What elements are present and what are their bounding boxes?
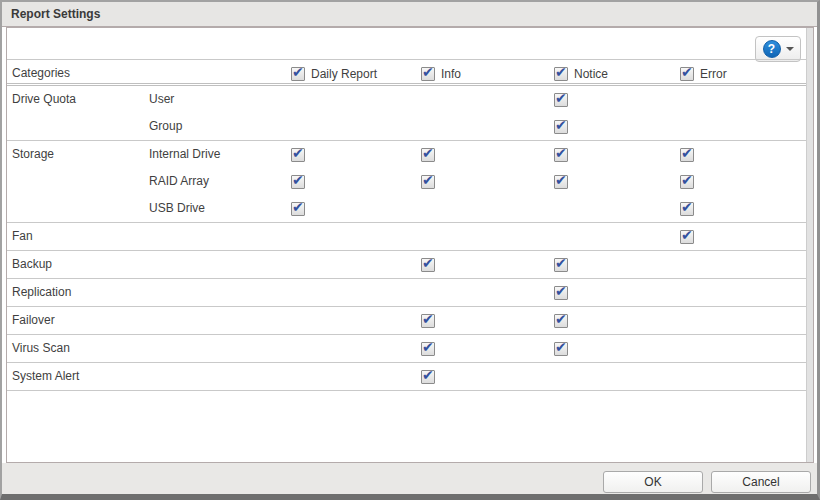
report-settings-window: Report Settings ? Categories Daily Repor… [0,0,820,500]
category-group: Backup [7,251,807,279]
window-title: Report Settings [11,7,100,21]
category-group: Drive Quota User Group [7,86,807,141]
checkbox-daily-report[interactable] [291,148,305,162]
category-group: Storage Internal Drive RAID Array USB Dr… [7,141,807,223]
header-label-notice: Notice [574,67,608,81]
header-column-notice: Notice [554,60,608,87]
checkbox-notice[interactable] [554,314,568,328]
header-column-info: Info [421,60,461,87]
header-checkbox-info[interactable] [421,67,435,81]
checkbox-daily-report[interactable] [291,202,305,216]
header-checkbox-daily[interactable] [291,67,305,81]
report-table-body: Drive Quota User Group Storage Internal … [7,86,807,391]
checkbox-error[interactable] [680,148,694,162]
ok-button[interactable]: OK [603,471,703,493]
checkbox-notice[interactable] [554,175,568,189]
table-row: Internal Drive [7,141,807,168]
category-group: System Alert [7,363,807,391]
checkbox-info[interactable] [421,175,435,189]
subcategory-label: RAID Array [149,168,209,195]
chevron-down-icon [786,47,794,51]
checkbox-info[interactable] [421,258,435,272]
table-row: USB Drive [7,195,807,222]
checkbox-error[interactable] [680,202,694,216]
table-row [7,279,807,306]
table-row [7,307,807,334]
header-checkbox-error[interactable] [680,67,694,81]
header-column-daily: Daily Report [291,60,377,87]
table-header-row: Categories Daily ReportInfoNoticeError [7,59,807,86]
checkbox-info[interactable] [421,148,435,162]
category-group: Fan [7,223,807,251]
subcategory-label: Internal Drive [149,141,220,168]
category-group: Virus Scan [7,335,807,363]
subcategory-label: Group [149,113,182,140]
checkbox-notice[interactable] [554,93,568,107]
checkbox-notice[interactable] [554,342,568,356]
titlebar: Report Settings [2,2,817,27]
header-label-info: Info [441,67,461,81]
checkbox-info[interactable] [421,370,435,384]
checkbox-info[interactable] [421,342,435,356]
checkbox-notice[interactable] [554,148,568,162]
checkbox-daily-report[interactable] [291,175,305,189]
categories-header-label: Categories [12,60,70,87]
checkbox-notice[interactable] [554,286,568,300]
help-icon: ? [763,40,781,58]
header-column-error: Error [680,60,727,87]
table-row: RAID Array [7,168,807,195]
checkbox-error[interactable] [680,175,694,189]
table-row: User [7,86,807,113]
header-checkbox-notice[interactable] [554,67,568,81]
cancel-button[interactable]: Cancel [711,471,811,493]
vertical-scrollbar[interactable] [806,28,813,462]
report-table: Categories Daily ReportInfoNoticeError D… [7,59,807,391]
table-row [7,251,807,278]
subcategory-label: User [149,86,174,113]
header-label-daily: Daily Report [311,67,377,81]
checkbox-info[interactable] [421,314,435,328]
table-row [7,223,807,250]
category-group: Replication [7,279,807,307]
table-row [7,335,807,362]
header-label-error: Error [700,67,727,81]
content-panel: ? Categories Daily ReportInfoNoticeError… [6,27,814,463]
checkbox-notice[interactable] [554,258,568,272]
checkbox-notice[interactable] [554,120,568,134]
table-row: Group [7,113,807,140]
category-group: Failover [7,307,807,335]
table-row [7,363,807,390]
checkbox-error[interactable] [680,230,694,244]
footer-bar: OK Cancel [2,463,817,494]
subcategory-label: USB Drive [149,195,205,222]
